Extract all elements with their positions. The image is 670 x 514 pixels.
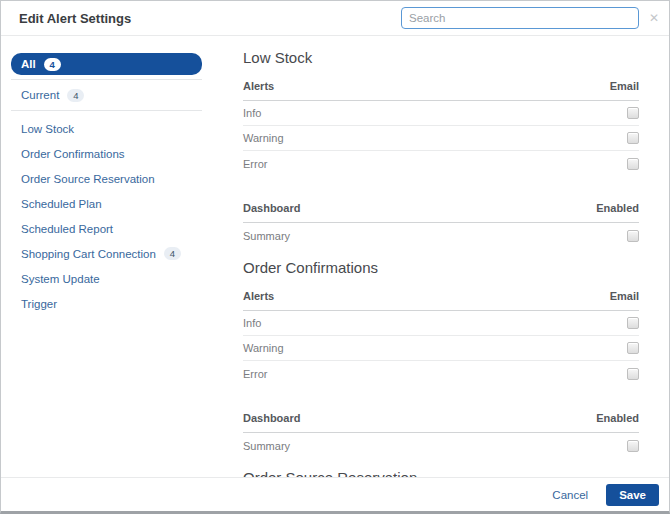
email-checkbox[interactable] <box>627 132 639 144</box>
table-row: Warning <box>243 336 639 361</box>
section-low-stock: Low Stock Alerts Email Info Warning <box>243 50 639 248</box>
section-title: Order Confirmations <box>243 260 639 276</box>
dashboard-table: Dashboard Enabled Summary <box>243 196 639 248</box>
sidebar-item-label: Trigger <box>21 298 57 310</box>
table-row: Error <box>243 151 639 176</box>
row-label: Info <box>243 107 261 119</box>
save-button[interactable]: Save <box>606 484 659 506</box>
sidebar-divider <box>11 79 202 80</box>
table-row: Error <box>243 361 639 386</box>
row-label: Warning <box>243 132 284 144</box>
email-checkbox[interactable] <box>627 317 639 329</box>
alerts-table: Alerts Email Info Warning Error <box>243 284 639 386</box>
table-row: Info <box>243 101 639 126</box>
dashboard-table: Dashboard Enabled Summary <box>243 406 639 458</box>
table-value-header: Enabled <box>596 201 639 215</box>
table-header-row: Dashboard Enabled <box>243 196 639 223</box>
sidebar-item-shopping-cart-connection[interactable]: Shopping Cart Connection 4 <box>11 241 202 266</box>
cancel-button[interactable]: Cancel <box>552 489 588 501</box>
row-label: Warning <box>243 342 284 354</box>
count-badge: 4 <box>67 89 84 102</box>
sidebar-item-current[interactable]: Current 4 <box>11 84 202 106</box>
table-row: Info <box>243 311 639 336</box>
sidebar-item-label: Scheduled Plan <box>21 198 102 210</box>
table-value-header: Email <box>610 289 639 303</box>
sidebar-category-list: Low Stock Order Confirmations Order Sour… <box>11 116 202 316</box>
sidebar-item-scheduled-report[interactable]: Scheduled Report <box>11 216 202 241</box>
row-label: Error <box>243 368 267 380</box>
table-header: Alerts <box>243 79 274 93</box>
table-row: Summary <box>243 223 639 248</box>
section-title-clipped: Order Source Reservation <box>243 470 639 477</box>
sidebar-divider <box>11 110 202 111</box>
section-order-confirmations: Order Confirmations Alerts Email Info Wa… <box>243 260 639 458</box>
table-header: Dashboard <box>243 411 300 425</box>
dialog-title: Edit Alert Settings <box>19 11 131 26</box>
sidebar-item-label: Scheduled Report <box>21 223 113 235</box>
sidebar-item-label: Current <box>21 89 59 101</box>
count-badge: 4 <box>44 58 61 71</box>
row-label: Summary <box>243 440 290 452</box>
table-row: Summary <box>243 433 639 458</box>
table-value-header: Enabled <box>596 411 639 425</box>
enabled-checkbox[interactable] <box>627 440 639 452</box>
email-checkbox[interactable] <box>627 107 639 119</box>
table-value-header: Email <box>610 79 639 93</box>
row-label: Info <box>243 317 261 329</box>
sidebar-item-label: Order Confirmations <box>21 148 125 160</box>
alert-category-sidebar: All 4 Current 4 Low Stock Order Confirma… <box>1 36 233 477</box>
sidebar-item-label: Low Stock <box>21 123 74 135</box>
email-checkbox[interactable] <box>627 158 639 170</box>
table-header: Dashboard <box>243 201 300 215</box>
sidebar-item-order-source-reservation[interactable]: Order Source Reservation <box>11 166 202 191</box>
row-label: Error <box>243 158 267 170</box>
sidebar-item-order-confirmations[interactable]: Order Confirmations <box>11 141 202 166</box>
sidebar-item-system-update[interactable]: System Update <box>11 266 202 291</box>
dialog-footer: Cancel Save <box>1 477 669 511</box>
sidebar-item-low-stock[interactable]: Low Stock <box>11 116 202 141</box>
email-checkbox[interactable] <box>627 368 639 380</box>
table-row: Warning <box>243 126 639 151</box>
email-checkbox[interactable] <box>627 342 639 354</box>
dialog-header: Edit Alert Settings ✕ <box>1 1 669 36</box>
edit-alert-settings-dialog: Edit Alert Settings ✕ All 4 Current 4 Lo… <box>0 0 670 514</box>
alerts-table: Alerts Email Info Warning Error <box>243 74 639 176</box>
sidebar-item-label: All <box>21 58 36 70</box>
table-header-row: Alerts Email <box>243 74 639 101</box>
alert-settings-content: Low Stock Alerts Email Info Warning <box>233 36 669 477</box>
row-label: Summary <box>243 230 290 242</box>
sidebar-item-trigger[interactable]: Trigger <box>11 291 202 316</box>
enabled-checkbox[interactable] <box>627 230 639 242</box>
close-icon[interactable]: ✕ <box>646 10 662 26</box>
sidebar-item-all[interactable]: All 4 <box>11 53 202 75</box>
table-header-row: Alerts Email <box>243 284 639 311</box>
sidebar-item-scheduled-plan[interactable]: Scheduled Plan <box>11 191 202 216</box>
count-badge: 4 <box>164 247 181 260</box>
search-input[interactable] <box>401 7 639 29</box>
sidebar-item-label: Shopping Cart Connection <box>21 248 156 260</box>
sidebar-item-label: System Update <box>21 273 100 285</box>
table-header-row: Dashboard Enabled <box>243 406 639 433</box>
dialog-body: All 4 Current 4 Low Stock Order Confirma… <box>1 36 669 477</box>
section-title: Low Stock <box>243 50 639 66</box>
table-header: Alerts <box>243 289 274 303</box>
sidebar-item-label: Order Source Reservation <box>21 173 155 185</box>
